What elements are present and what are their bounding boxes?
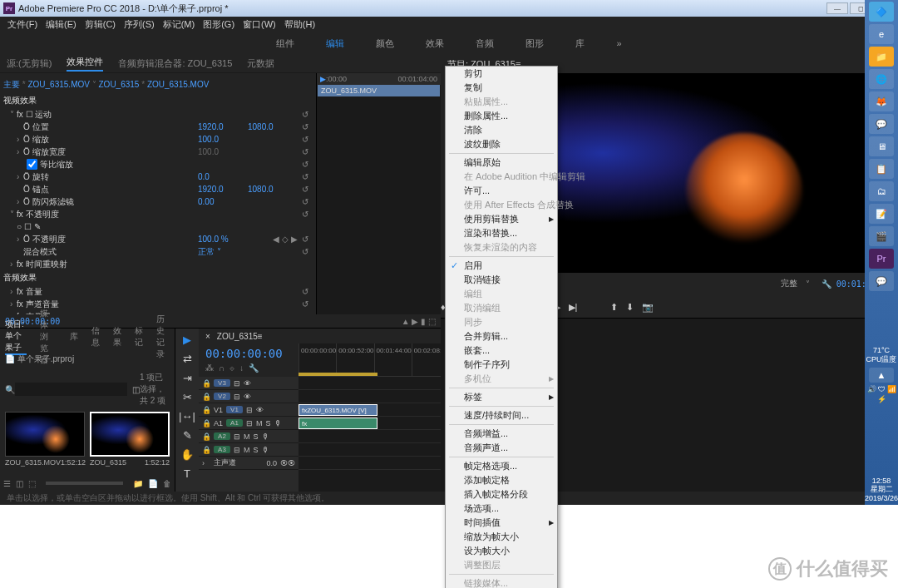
context-menu-item[interactable]: 设为帧大小 bbox=[446, 544, 557, 558]
ws-audio[interactable]: 音频 bbox=[472, 36, 497, 52]
opacity-val[interactable]: 100.0 % bbox=[198, 235, 248, 244]
taskbar-icon[interactable]: 💬 bbox=[869, 114, 894, 134]
export-frame-icon[interactable]: 📷 bbox=[642, 302, 654, 313]
taskbar-icon[interactable]: 📁 bbox=[869, 47, 894, 67]
taskbar-icon[interactable]: 🔷 bbox=[869, 2, 894, 22]
scale-val[interactable]: 100.0 bbox=[198, 135, 248, 144]
ws-more[interactable]: » bbox=[613, 37, 624, 50]
fit-dropdown[interactable]: 完整 bbox=[781, 278, 797, 289]
menu-clip[interactable]: 剪辑(C) bbox=[82, 18, 118, 31]
extract-icon[interactable]: ⬇ bbox=[626, 302, 634, 313]
mic-icon[interactable]: 🎙 bbox=[262, 446, 269, 454]
reset-icon[interactable]: ↺ bbox=[298, 122, 313, 131]
reset-icon[interactable]: ↺ bbox=[298, 185, 313, 194]
reset-icon[interactable]: ↺ bbox=[298, 235, 313, 244]
ws-graphics[interactable]: 图形 bbox=[522, 36, 547, 52]
icon-view-icon[interactable]: ◫ bbox=[16, 479, 23, 488]
project-search-input[interactable] bbox=[15, 383, 127, 396]
project-item[interactable]: ZOU_6315.MOV1:52:12 bbox=[5, 412, 85, 467]
ws-color[interactable]: 颜色 bbox=[373, 36, 397, 52]
minimize-button[interactable]: — bbox=[826, 2, 848, 14]
timeline-timecode[interactable]: 00:00:00:00 bbox=[205, 347, 292, 360]
context-menu-item[interactable]: 清除 bbox=[446, 123, 557, 137]
rotation-val[interactable]: 0.0 bbox=[198, 172, 248, 181]
audio-clip[interactable]: fx bbox=[299, 418, 377, 429]
position-x[interactable]: 1920.0 bbox=[198, 122, 248, 131]
fx-motion[interactable]: fx ☐ 运动 bbox=[17, 109, 298, 121]
mask-tools[interactable]: ○ ☐ ✎ bbox=[17, 222, 313, 231]
taskbar-icon[interactable]: 🦊 bbox=[869, 91, 894, 111]
menu-edit[interactable]: 编辑(E) bbox=[43, 18, 79, 31]
taskbar-icon[interactable]: 🗂 bbox=[869, 181, 894, 201]
reset-icon[interactable]: ↺ bbox=[298, 299, 313, 309]
reset-icon[interactable]: ↺ bbox=[298, 160, 313, 169]
taskbar-icon[interactable]: 💬 bbox=[869, 271, 894, 291]
video-clip[interactable]: fx ZOU_6315.MOV [V] bbox=[299, 404, 377, 416]
ws-effects[interactable]: 效果 bbox=[422, 36, 447, 52]
reset-icon[interactable]: ↺ bbox=[298, 172, 313, 181]
tab-effect-controls[interactable]: 效果控件 bbox=[67, 56, 103, 72]
context-menu-item[interactable]: 场选项... bbox=[446, 502, 557, 516]
context-menu-item[interactable]: 取消链接 bbox=[446, 273, 557, 287]
context-menu-item[interactable]: 使用剪辑替换▶ bbox=[446, 212, 557, 226]
reset-icon[interactable]: ↺ bbox=[298, 287, 313, 296]
ws-library[interactable]: 库 bbox=[572, 36, 588, 52]
selection-tool-icon[interactable]: ▶ bbox=[183, 334, 191, 346]
uniform-scale-checkbox[interactable] bbox=[27, 159, 37, 170]
settings-icon[interactable]: 🔧 bbox=[822, 279, 831, 289]
slip-tool-icon[interactable]: |↔| bbox=[179, 410, 195, 422]
reset-icon[interactable]: ↺ bbox=[298, 247, 313, 256]
track-select-tool-icon[interactable]: ⇄ bbox=[183, 353, 192, 365]
project-item[interactable]: ZOU_63151:52:12 bbox=[90, 412, 170, 467]
bin-icon[interactable]: ◫ bbox=[132, 385, 140, 394]
type-tool-icon[interactable]: T bbox=[184, 467, 190, 480]
list-view-icon[interactable]: ☰ bbox=[3, 479, 11, 488]
context-menu-item[interactable]: 合并剪辑... bbox=[446, 329, 557, 343]
context-menu-item[interactable]: 添加帧定格 bbox=[446, 473, 557, 487]
taskbar-clock[interactable]: 12:58 星期二 2019/3/26 bbox=[863, 475, 898, 505]
ripple-tool-icon[interactable]: ⇥ bbox=[183, 372, 192, 384]
context-menu-item[interactable]: 剪切 bbox=[446, 67, 557, 81]
hand-tool-icon[interactable]: ✋ bbox=[180, 448, 194, 461]
taskbar-icon[interactable]: 🖥 bbox=[869, 136, 894, 156]
taskbar-icon[interactable]: 🎬 bbox=[869, 226, 894, 246]
tab-audio-mixer[interactable]: 音频剪辑混合器: ZOU_6315 bbox=[118, 57, 232, 70]
reset-icon[interactable]: ↺ bbox=[298, 135, 313, 144]
menu-file[interactable]: 文件(F) bbox=[5, 18, 40, 31]
taskbar-icon[interactable]: 🌐 bbox=[869, 69, 894, 89]
context-menu-item[interactable]: 渲染和替换... bbox=[446, 226, 557, 240]
new-item-icon[interactable]: 📄 bbox=[148, 479, 158, 488]
anchor-y[interactable]: 1080.0 bbox=[248, 185, 298, 194]
reset-motion-icon[interactable]: ↺ bbox=[298, 110, 313, 119]
menu-help[interactable]: 帮助(H) bbox=[282, 18, 318, 31]
eye-icon[interactable]: 👁 bbox=[244, 379, 251, 388]
reset-icon[interactable]: ↺ bbox=[298, 147, 313, 156]
sequence-tab[interactable]: ZOU_6315 bbox=[217, 332, 258, 341]
context-menu-item[interactable]: 许可... bbox=[446, 184, 557, 198]
taskbar-icon[interactable]: 📝 bbox=[869, 204, 894, 224]
fx-volume[interactable]: fx 音量 bbox=[17, 286, 298, 298]
lift-icon[interactable]: ⬆ bbox=[610, 302, 618, 313]
fx-opacity[interactable]: fx 不透明度 bbox=[17, 209, 298, 220]
context-menu-item[interactable]: 制作子序列 bbox=[446, 358, 557, 372]
position-y[interactable]: 1080.0 bbox=[248, 122, 298, 131]
reset-icon[interactable]: ↺ bbox=[298, 197, 313, 206]
context-menu-item[interactable]: 缩放为帧大小 bbox=[446, 530, 557, 544]
tab-metadata[interactable]: 元数据 bbox=[247, 57, 274, 70]
taskbar-premiere-icon[interactable]: Pr bbox=[869, 249, 894, 269]
effect-timeline[interactable]: ▶:00:0000:01:04:00 ZOU_6315.MOV bbox=[316, 73, 441, 314]
new-bin-icon[interactable]: 📁 bbox=[133, 479, 143, 488]
mic-icon[interactable]: 🎙 bbox=[262, 432, 269, 441]
ws-editing[interactable]: 编辑 bbox=[323, 36, 348, 52]
taskbar-ie-icon[interactable]: e bbox=[869, 24, 894, 44]
context-menu-item[interactable]: 编辑原始 bbox=[446, 156, 557, 170]
tab-libraries[interactable]: 库 bbox=[70, 331, 78, 343]
taskbar-icon[interactable]: 📋 bbox=[869, 159, 894, 179]
context-menu-item[interactable]: 音频增益... bbox=[446, 427, 557, 441]
fx-channel-volume[interactable]: fx 声道音量 bbox=[17, 299, 298, 310]
trash-icon[interactable]: 🗑 bbox=[163, 479, 171, 488]
context-menu-item[interactable]: 嵌套... bbox=[446, 343, 557, 358]
fx-time-remap[interactable]: fx 时间重映射 bbox=[17, 259, 313, 270]
eye-icon[interactable]: 👁 bbox=[244, 393, 251, 401]
context-menu-item[interactable]: ✓启用 bbox=[446, 259, 557, 273]
